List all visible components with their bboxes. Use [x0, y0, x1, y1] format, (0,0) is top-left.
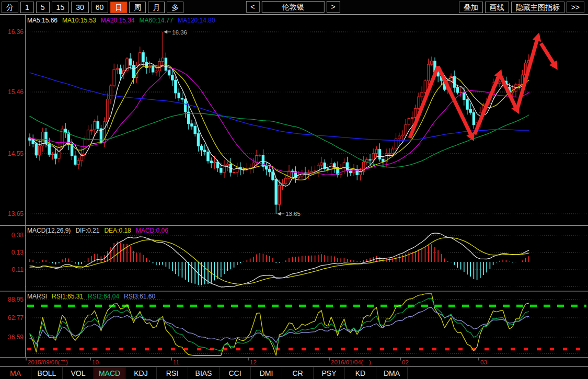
period-15-button[interactable]: 15: [52, 2, 70, 13]
hide-main-indicators-button[interactable]: 隐藏主图指标: [511, 2, 564, 13]
chart-area[interactable]: 16.3615.4614.5513.650.380.13-0.1188.9562…: [0, 15, 588, 366]
tab-dmi[interactable]: DMI: [251, 367, 282, 379]
tab-boll[interactable]: BOLL: [31, 367, 63, 379]
period-30-button[interactable]: 30: [71, 2, 89, 13]
svg-text:13.65: 13.65: [8, 210, 24, 217]
symbol-nav: < 伦敦银 >: [246, 1, 342, 13]
period-60-button[interactable]: 60: [91, 2, 109, 13]
svg-text:0.38: 0.38: [11, 232, 24, 239]
tab-rsi[interactable]: RSI: [157, 367, 188, 379]
indicator-tab-bar: MABOLLVOLMACDKDJRSIBIASCCIDMICRPSYKDDMA: [0, 366, 588, 379]
svg-text:0.13: 0.13: [11, 249, 24, 256]
svg-text:2015/09/08(二): 2015/09/08(二): [28, 359, 68, 365]
svg-text:88.95: 88.95: [8, 296, 24, 303]
tab-ma[interactable]: MA: [0, 367, 31, 379]
svg-text:11: 11: [173, 359, 179, 365]
svg-text:16.36: 16.36: [8, 28, 24, 36]
tab-bias[interactable]: BIAS: [188, 367, 220, 379]
svg-text:13.65: 13.65: [285, 211, 301, 217]
tab-kdj[interactable]: KDJ: [125, 367, 157, 379]
overlay-button[interactable]: 叠加: [459, 2, 483, 13]
svg-text:10: 10: [92, 359, 99, 365]
period-multi-button[interactable]: 多: [167, 2, 183, 13]
svg-text:2016/01/04(一): 2016/01/04(一): [331, 359, 371, 365]
period-minute-button[interactable]: 分: [2, 2, 18, 13]
svg-text:12: 12: [250, 359, 257, 365]
top-toolbar: 分15153060日周月多 < 伦敦银 > 叠加画线隐藏主图指标>>: [0, 0, 588, 15]
prev-symbol-button[interactable]: <: [246, 1, 259, 13]
tab-vol[interactable]: VOL: [63, 367, 94, 379]
svg-text:14.55: 14.55: [8, 150, 24, 157]
tab-dma[interactable]: DMA: [376, 367, 408, 379]
svg-text:15.46: 15.46: [8, 88, 24, 96]
tab-macd[interactable]: MACD: [94, 367, 125, 379]
rsi-panel: [30, 294, 529, 355]
x-axis: 2015/09/08(二)1011122016/01/04(一)0203: [26, 358, 487, 366]
expand-toolbar-button[interactable]: >>: [567, 2, 584, 13]
svg-text:36.59: 36.59: [8, 334, 24, 341]
svg-text:62.77: 62.77: [8, 314, 24, 321]
period-button-group: 分15153060日周月多: [2, 2, 186, 13]
svg-text:16.36: 16.36: [172, 29, 187, 36]
next-symbol-button[interactable]: >: [327, 1, 340, 13]
period-week-button[interactable]: 周: [129, 2, 146, 13]
period-1-button[interactable]: 1: [20, 2, 34, 13]
period-month-button[interactable]: 月: [148, 2, 165, 13]
svg-text:03: 03: [480, 359, 487, 365]
symbol-name[interactable]: 伦敦银: [262, 1, 325, 13]
draw-line-button[interactable]: 画线: [485, 2, 509, 13]
toolbar-right-group: 叠加画线隐藏主图指标>>: [459, 2, 586, 13]
tab-cr[interactable]: CR: [282, 367, 314, 379]
period-day-button[interactable]: 日: [110, 2, 127, 13]
tab-kd[interactable]: KD: [345, 367, 376, 379]
macd-panel: [30, 233, 529, 287]
period-5-button[interactable]: 5: [36, 2, 50, 13]
tab-cci[interactable]: CCI: [220, 367, 251, 379]
svg-text:02: 02: [402, 359, 409, 365]
svg-text:-0.11: -0.11: [10, 266, 24, 273]
tab-psy[interactable]: PSY: [314, 367, 345, 379]
